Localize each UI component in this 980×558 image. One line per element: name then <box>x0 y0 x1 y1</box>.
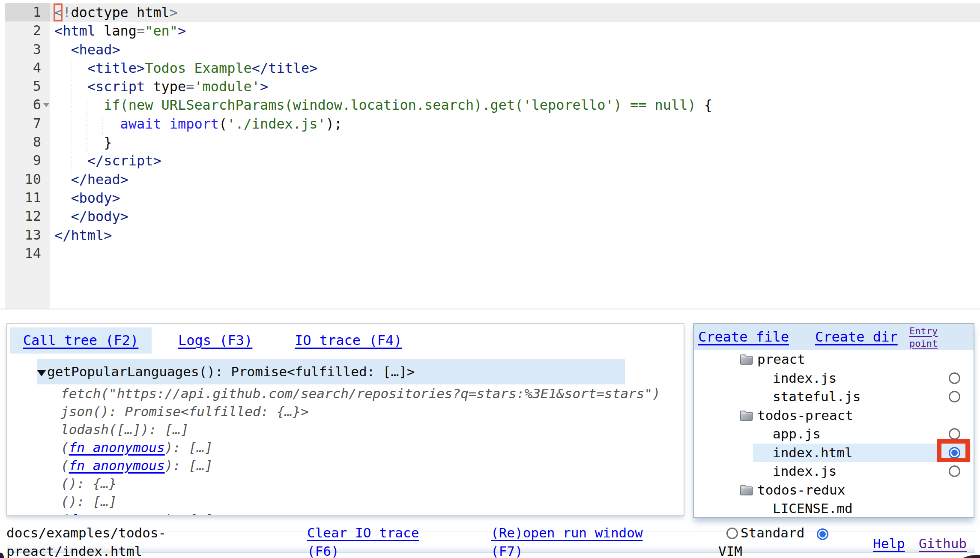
code-line-3[interactable]: <head> <box>54 41 712 59</box>
file-name[interactable]: preact <box>757 350 805 369</box>
gutter-line-number[interactable]: 4 <box>5 59 50 77</box>
code-token: <title> <box>87 60 145 76</box>
file-name[interactable]: todos-redux <box>757 481 845 500</box>
help-link[interactable]: Help <box>873 534 905 553</box>
file-tree-folder-row[interactable]: todos-redux <box>694 481 974 500</box>
file-name[interactable]: index.js <box>773 462 837 481</box>
entry-point-radio[interactable] <box>949 391 960 402</box>
mouse-cursor-fragment <box>0 552 5 558</box>
tab-call-tree[interactable]: Call tree (F2) <box>10 327 152 354</box>
call-tree-row[interactable]: fetch("https://api.github.com/search/rep… <box>61 384 660 402</box>
code-line-8[interactable]: } <box>54 133 712 152</box>
call-tree-row-text: ( <box>61 512 69 515</box>
file-name[interactable]: LICENSE.md <box>773 499 853 518</box>
entry-point-radio[interactable] <box>949 428 960 440</box>
file-name[interactable]: index.html <box>773 444 853 462</box>
call-tree-row-text: lodash([…]): […] <box>61 422 189 437</box>
editor-code-area[interactable]: <!doctype html><html lang="en"> <head> <… <box>50 3 980 309</box>
gutter-line-number[interactable]: 12 <box>5 207 50 225</box>
code-token: = <box>186 78 194 95</box>
clear-io-trace-button[interactable]: Clear IO trace (F6) <box>307 524 433 558</box>
code-token: = <box>137 23 145 39</box>
call-tree-row-text: fetch("https://api.github.com/search/rep… <box>61 386 660 401</box>
gutter-line-number[interactable]: 11 <box>5 189 50 207</box>
code-line-11[interactable]: <body> <box>54 189 712 207</box>
entry-point-column-label[interactable]: Entry point <box>909 325 949 350</box>
anonymous-fn-link[interactable]: fn anonymous <box>69 512 165 515</box>
file-tree-folder-row[interactable]: todos-preact <box>694 406 974 425</box>
code-line-12[interactable]: </body> <box>54 207 712 226</box>
code-line-6[interactable]: if(new URLSearchParams(window.location.s… <box>54 96 712 114</box>
file-tree-file-row[interactable]: app.js <box>694 425 974 444</box>
file-name[interactable]: app.js <box>773 425 821 444</box>
entry-point-radio[interactable] <box>949 465 960 477</box>
keyboard-mode-vim-radio[interactable] <box>817 528 828 540</box>
fold-toggle-icon[interactable] <box>43 103 49 107</box>
file-tree-file-row[interactable]: index.js <box>694 462 974 481</box>
code-line-4[interactable]: <title>Todos Example</title> <box>54 59 712 78</box>
call-tree-row[interactable]: (): […] <box>61 492 117 510</box>
file-name[interactable]: stateful.js <box>773 387 860 406</box>
gutter-line-number[interactable]: 5 <box>5 77 50 96</box>
anonymous-fn-link[interactable]: fn anonymous <box>69 458 165 473</box>
gutter-line-number[interactable]: 9 <box>5 151 50 170</box>
call-tree-row-text: (): […] <box>61 494 117 509</box>
anonymous-fn-link[interactable]: fn anonymous <box>69 440 165 455</box>
gutter-line-number[interactable]: 7 <box>5 114 50 133</box>
file-tree-file-row[interactable]: stateful.js <box>694 387 974 406</box>
entry-point-highlight-box <box>937 439 970 462</box>
keyboard-mode-standard-label: Standard <box>741 524 804 542</box>
call-tree-row[interactable]: (fn anonymous): […] <box>61 438 213 456</box>
file-tree: preactindex.jsstateful.jstodos-preactapp… <box>694 350 974 517</box>
code-token: > <box>260 78 268 95</box>
reopen-run-window-button[interactable]: (Re)open run window (F7) <box>491 524 649 558</box>
call-tree-row[interactable]: (fn anonymous): […] <box>61 510 213 515</box>
code-editor[interactable]: 1234567891011121314 <!doctype html><html… <box>0 3 980 309</box>
gutter-line-number[interactable]: 6 <box>5 96 50 114</box>
code-token <box>54 42 71 58</box>
entry-point-radio[interactable] <box>949 372 960 384</box>
gutter-line-number[interactable]: 14 <box>5 244 50 263</box>
gutter-line-number[interactable]: 10 <box>5 170 50 189</box>
files-panel: Create file Create dir Entry point preac… <box>693 323 974 518</box>
code-token: "en" <box>145 23 178 39</box>
code-line-7[interactable]: await import('./index.js'); <box>54 115 712 133</box>
file-tree-file-row[interactable]: LICENSE.md <box>694 499 974 518</box>
code-line-14[interactable] <box>54 245 712 263</box>
code-token: Todos Example <box>145 60 252 76</box>
file-name[interactable]: index.js <box>773 369 837 388</box>
code-token: </title> <box>252 60 318 76</box>
code-line-1[interactable]: <!doctype html> <box>54 3 712 22</box>
code-token: ); <box>326 116 342 132</box>
gutter-line-number[interactable]: 13 <box>5 226 50 244</box>
file-tree-file-row[interactable]: index.js <box>694 369 974 388</box>
gutter-line-number[interactable]: 3 <box>5 40 50 59</box>
code-line-2[interactable]: <html lang="en"> <box>54 22 712 40</box>
code-line-10[interactable]: </head> <box>54 171 712 189</box>
call-tree-row[interactable]: lodash([…]): […] <box>61 420 189 438</box>
call-tree-row-text: (): {…} <box>61 476 117 491</box>
tab-io-trace[interactable]: IO trace (F4) <box>295 327 402 354</box>
github-link[interactable]: Github <box>919 534 967 553</box>
code-token: if(new URLSearchParams(window.location.s… <box>104 97 696 113</box>
code-line-5[interactable]: <script type='module'> <box>54 78 712 96</box>
call-tree-row[interactable]: (): {…} <box>61 474 117 492</box>
file-name[interactable]: todos-preact <box>757 406 853 425</box>
create-file-button[interactable]: Create file <box>698 328 789 346</box>
code-line-13[interactable]: </html> <box>54 226 712 245</box>
gutter-line-number[interactable]: 2 <box>5 21 50 40</box>
call-tree-selected-row[interactable]: getPopularLanguages(): Promise<fulfilled… <box>37 359 625 384</box>
code-token <box>54 190 71 206</box>
tab-logs[interactable]: Logs (F3) <box>178 327 252 354</box>
file-tree-file-row[interactable]: index.html <box>694 444 974 462</box>
file-tree-folder-row[interactable]: preact <box>694 350 974 369</box>
call-tree-row[interactable]: (fn anonymous): […] <box>61 456 213 474</box>
gutter-line-number[interactable]: 8 <box>5 133 50 151</box>
collapse-triangle-icon[interactable] <box>37 370 46 376</box>
keyboard-mode-standard-radio[interactable] <box>726 528 738 539</box>
code-line-9[interactable]: </script> <box>54 152 712 170</box>
gutter-line-number[interactable]: 1 <box>5 3 50 21</box>
create-dir-button[interactable]: Create dir <box>815 328 898 346</box>
current-file-path: docs/examples/todos-preact/index.html <box>6 524 170 558</box>
call-tree-row[interactable]: json(): Promise<fulfilled: {…}> <box>61 402 309 420</box>
